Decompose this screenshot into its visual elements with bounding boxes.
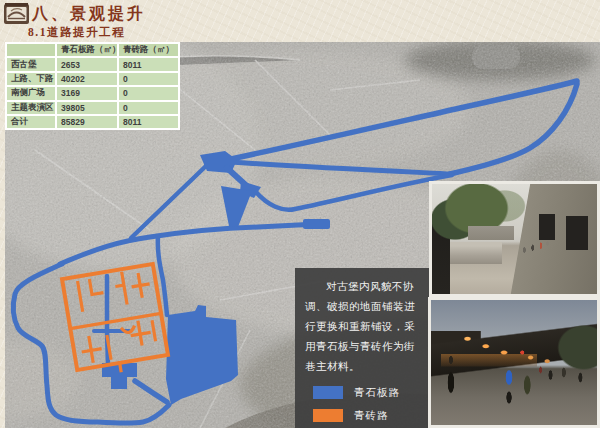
photo-street-dusk [428,297,600,428]
panel-text: 对古堡内风貌不协调、破损的地面铺装进行更换和重新铺设，采用青石板与青砖作为街巷主… [305,277,420,377]
slide-header: 八、景观提升 8.1道路提升工程 [0,0,600,42]
row-label: 上路、下路 [6,72,56,86]
table-header-cell: 青石板路（㎡） [56,43,118,57]
stone-road-swatch [313,386,343,399]
stone-value: 39805 [56,101,118,115]
slide: 八、景观提升 8.1道路提升工程 青石板路（㎡） 青砖路（㎡） 西古堡 2653… [0,0,600,428]
stone-value: 2653 [56,57,118,71]
legend-item-brick-road: 青砖路 [313,409,420,423]
table-row: 南侧广场 3169 0 [6,86,179,100]
photo-street-day-art [432,184,597,294]
brick-value: 0 [118,72,179,86]
page-title: 八、景观提升 [32,4,146,25]
row-label: 合计 [6,115,56,129]
table-row: 西古堡 2653 8011 [6,57,179,71]
brick-value: 8011 [118,57,179,71]
table-row: 合计 85829 8011 [6,115,179,129]
map-legend: 青石板路 青砖路 [305,386,420,423]
road-area-table: 青石板路（㎡） 青砖路（㎡） 西古堡 2653 8011 上路、下路 40202… [5,42,180,130]
brick-value: 0 [118,86,179,100]
row-label: 主题表演区 [6,101,56,115]
stone-value: 85829 [56,115,118,129]
page-subtitle: 8.1道路提升工程 [28,25,125,40]
stone-value: 40202 [56,72,118,86]
table-row: 主题表演区 39805 0 [6,101,179,115]
photo-street-day [429,181,600,297]
legend-item-stone-road: 青石板路 [313,386,420,400]
brick-road-swatch [313,409,343,422]
info-panel: 对古堡内风貌不协调、破损的地面铺装进行更换和重新铺设，采用青石板与青砖作为街巷主… [295,268,430,428]
brick-value: 0 [118,101,179,115]
photo-street-dusk-art [431,300,597,425]
legend-label: 青石板路 [354,386,400,400]
table-header-cell: 青砖路（㎡） [118,43,179,57]
table-header-cell [6,43,56,57]
table-header-row: 青石板路（㎡） 青砖路（㎡） [6,43,179,57]
legend-label: 青砖路 [354,409,389,423]
table-row: 上路、下路 40202 0 [6,72,179,86]
bridge-seal-icon [4,3,29,25]
brick-value: 8011 [118,115,179,129]
row-label: 南侧广场 [6,86,56,100]
row-label: 西古堡 [6,57,56,71]
stone-value: 3169 [56,86,118,100]
